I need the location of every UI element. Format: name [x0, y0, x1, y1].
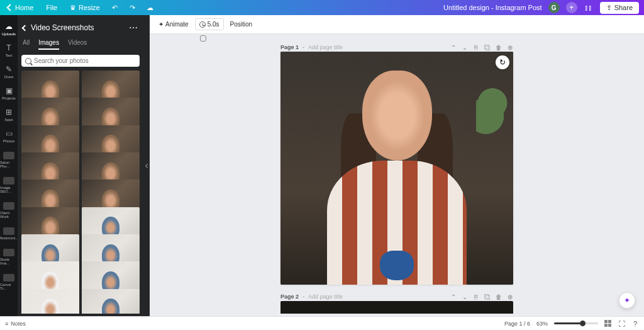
main-area: ☁ Uploads T Text ✎ Draw ▣ Projects ⊞ App…	[0, 15, 644, 316]
rail-draw[interactable]: ✎ Draw	[0, 62, 18, 82]
photo-subject	[327, 71, 467, 285]
resize-button[interactable]: ♛ Resize	[67, 3, 103, 13]
duration-button[interactable]: 5.0s	[195, 18, 224, 30]
file-label: File	[46, 4, 57, 11]
tab-all[interactable]: All	[23, 39, 30, 50]
position-button[interactable]: Position	[226, 19, 257, 30]
user-avatar[interactable]: G	[548, 2, 560, 13]
slider-handle[interactable]	[580, 321, 586, 326]
move-down-icon[interactable]: ⌄	[462, 293, 468, 300]
photo-thumb[interactable]	[82, 289, 140, 314]
lock-icon[interactable]: ⎘	[473, 44, 479, 50]
add-collaborator-button[interactable]: +	[566, 2, 577, 13]
zoom-slider[interactable]	[554, 322, 598, 324]
help-icon[interactable]: ?	[631, 320, 639, 327]
thumb-grid	[21, 71, 140, 314]
move-up-icon[interactable]: ⌃	[450, 44, 457, 50]
rail-folder-canva-tr[interactable]: Canva Tr...	[0, 270, 18, 293]
rail-photos-label: Photos	[3, 139, 15, 143]
uploads-icon: ☁	[4, 22, 13, 31]
folder-thumb-icon	[3, 177, 14, 185]
rail-text[interactable]: T Text	[0, 40, 18, 60]
search-input[interactable]	[34, 57, 136, 64]
animate-button[interactable]: ✦ Animate	[155, 19, 192, 30]
delete-icon[interactable]: 🗑	[496, 293, 502, 300]
photo-thumb[interactable]	[21, 289, 79, 314]
page-1-title-input[interactable]: Add page title	[308, 44, 343, 50]
notes-icon: ≡	[5, 321, 8, 327]
chevron-left-icon	[6, 4, 13, 11]
share-label: Share	[614, 4, 633, 11]
rail-folder-stock[interactable]: Stock Ima...	[0, 244, 18, 268]
header-right: Untitled design - Instagram Post G + ⫿⫿ …	[443, 2, 639, 14]
page-2-controls: ⌃ ⌄ ⎘ ⿻ 🗑 ⊕	[450, 293, 513, 300]
back-icon[interactable]	[22, 25, 28, 31]
more-options-icon[interactable]: ⋯	[129, 23, 138, 33]
delete-icon[interactable]: 🗑	[496, 44, 502, 50]
rail-apps[interactable]: ⊞ Apps	[0, 105, 18, 125]
rail-text-label: Text	[5, 54, 12, 57]
grid-view-icon[interactable]	[604, 320, 611, 327]
photos-icon: ▭	[4, 129, 13, 138]
ai-assistant-button[interactable]: ✦	[619, 292, 635, 309]
lock-icon[interactable]: ⎘	[473, 293, 479, 300]
undo-button[interactable]: ↶	[110, 3, 120, 13]
duplicate-icon[interactable]: ⿻	[484, 293, 491, 300]
folder-thumb-icon	[3, 274, 14, 282]
page-2-header: Page 2 - Add page title ⌃ ⌄ ⎘ ⿻ 🗑 ⊕	[280, 292, 513, 301]
slider-fill	[554, 322, 580, 324]
apps-icon: ⊞	[4, 108, 13, 117]
photo-plant	[476, 71, 509, 136]
duplicate-icon[interactable]: ⿻	[484, 44, 491, 50]
redo-button[interactable]: ↷	[128, 3, 138, 13]
file-menu[interactable]: File	[43, 3, 60, 13]
add-page-icon[interactable]: ⊕	[507, 44, 513, 50]
tab-videos[interactable]: Videos	[68, 39, 87, 50]
rail-folder-salon[interactable]: Salon Pho...	[0, 147, 18, 171]
search-box[interactable]	[21, 55, 140, 67]
rail-folder-seo[interactable]: Image SEO...	[0, 173, 18, 196]
home-button[interactable]: Home	[5, 3, 36, 13]
home-label: Home	[15, 4, 33, 11]
regenerate-button[interactable]: ↻	[496, 55, 509, 69]
insights-icon[interactable]: ⫿⫿	[584, 3, 594, 13]
share-button[interactable]: ⇪ Share	[600, 2, 639, 14]
position-label: Position	[230, 21, 253, 28]
clock-icon	[199, 21, 206, 28]
move-down-icon[interactable]: ⌄	[462, 44, 468, 50]
add-page-icon[interactable]: ⊕	[507, 293, 513, 300]
page-1-controls: ⌃ ⌄ ⎘ ⿻ 🗑 ⊕	[450, 44, 513, 50]
page-sep: -	[303, 44, 304, 50]
rail-client-label: Client Work	[0, 211, 18, 219]
cloud-save-icon[interactable]: ☁	[145, 3, 155, 13]
design-title[interactable]: Untitled design - Instagram Post	[443, 4, 542, 11]
header-left: Home File ♛ Resize ↶ ↷ ☁	[5, 3, 443, 13]
side-panel: Video Screenshots ⋯ All Images Videos	[18, 15, 143, 316]
page-sep: -	[303, 293, 304, 300]
canvas-area: ✦ Animate 5.0s Position Page 1 - Add pag…	[150, 15, 644, 316]
page-2-title-input[interactable]: Add page title	[308, 293, 343, 300]
rail-projects[interactable]: ▣ Projects	[0, 83, 18, 103]
tab-images[interactable]: Images	[38, 39, 59, 50]
rail-stock-label: Stock Ima...	[0, 258, 18, 265]
panel-tabs: All Images Videos	[21, 38, 140, 54]
page-1-wrapper: Page 1 - Add page title ⌃ ⌄ ⎘ ⿻ 🗑 ⊕	[280, 43, 513, 285]
rail-folder-client[interactable]: Client Work	[0, 198, 18, 222]
rail-projects-label: Projects	[2, 96, 16, 100]
move-up-icon[interactable]: ⌃	[450, 293, 457, 300]
page-1-canvas[interactable]: ↻	[280, 52, 513, 285]
fullscreen-icon[interactable]: ⛶	[618, 320, 625, 327]
rail-uploads[interactable]: ☁ Uploads	[0, 19, 18, 39]
page-counter[interactable]: Page 1 / 6	[504, 321, 530, 327]
panel-header: Video Screenshots ⋯	[21, 20, 140, 38]
page-1-header: Page 1 - Add page title ⌃ ⌄ ⎘ ⿻ 🗑 ⊕	[280, 43, 513, 52]
panel-collapse-handle[interactable]	[143, 15, 150, 316]
rail-photos[interactable]: ▭ Photos	[0, 126, 18, 146]
panel-title: Video Screenshots	[31, 23, 125, 32]
photo-mug	[380, 251, 413, 281]
canvas-scroll[interactable]: Page 1 - Add page title ⌃ ⌄ ⎘ ⿻ 🗑 ⊕	[150, 34, 644, 316]
page-2-canvas[interactable]	[280, 301, 513, 314]
draw-icon: ✎	[4, 65, 13, 74]
notes-button[interactable]: ≡ Notes	[5, 321, 26, 327]
rail-folder-testimonials[interactable]: Testimoni...	[0, 223, 18, 243]
